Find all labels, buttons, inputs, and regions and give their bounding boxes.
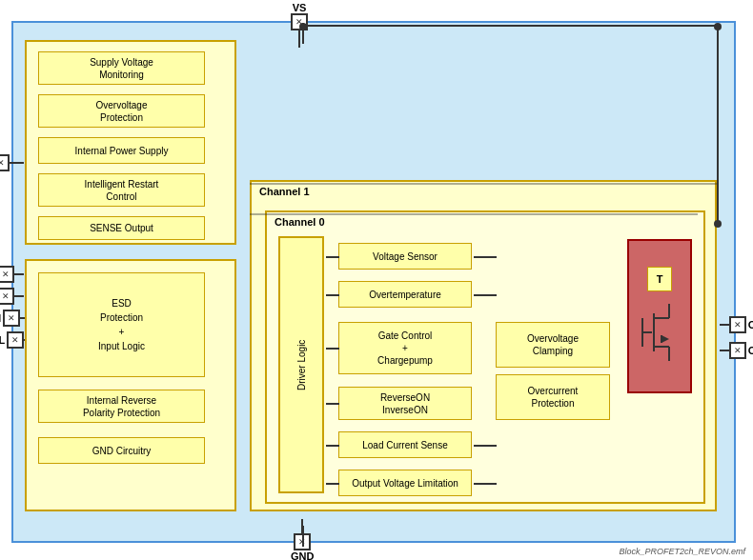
overtemperature-label: Overtemperature	[369, 290, 441, 300]
voltage-sensor-label: Voltage Sensor	[373, 251, 438, 262]
reverse-polarity-block: Internal ReversePolarity Protection	[38, 390, 205, 423]
out1-terminal: ✕ OUT1	[720, 316, 753, 333]
overtemperature-block: Overtemperature	[338, 281, 472, 308]
intelligent-restart-block: Intelligent RestartControl	[38, 173, 205, 207]
left-top-yellow-box: Supply VoltageMonitoring OvervoltageProt…	[25, 40, 236, 245]
channel1-area: Channel 1 Channel 0 Driver Logic Voltage…	[250, 180, 717, 511]
den-symbol: ✕	[3, 310, 20, 327]
svg-marker-7	[661, 335, 669, 343]
dsel-label: DSEL	[0, 334, 5, 346]
overcurrent-protection-block: OvercurrentProtection	[496, 374, 610, 420]
outer-container: VS ✕ ✕ GND IS ✕ IN0 ✕	[11, 21, 736, 543]
driver-logic-label: Driver Logic	[296, 339, 307, 390]
channel1-label: Channel 1	[259, 186, 310, 197]
gnd-circuitry-label: GND Circuitry	[92, 445, 152, 457]
out0-label: OUT0	[748, 345, 753, 356]
intelligent-restart-label: Intelligent RestartControl	[85, 178, 159, 203]
gate-control-label: Gate Control+Chargepump	[377, 330, 433, 367]
esd-protection-block: ESDProtection+Input Logic	[38, 272, 205, 377]
overvoltage-protection-label: OvervoltageProtection	[96, 99, 148, 124]
reverseon-block: ReverseONInverseON	[338, 387, 472, 420]
gate-control-block: Gate Control+Chargepump	[338, 322, 472, 374]
voltage-sensor-block: Voltage Sensor	[338, 243, 472, 270]
overvoltage-clamping-block: OvervoltageClamping	[496, 322, 610, 368]
channel0-label: Channel 0	[275, 216, 325, 228]
reverse-polarity-label: Internal ReversePolarity Protection	[83, 394, 160, 419]
in1-terminal: IN1 ✕	[0, 288, 24, 305]
overvoltage-clamping-label: OvervoltageClamping	[527, 332, 579, 357]
is-symbol: ✕	[0, 154, 10, 171]
den-label: DEN	[0, 312, 1, 324]
sense-output-label: SENSE Output	[90, 222, 153, 234]
overcurrent-protection-label: OvercurrentProtection	[528, 385, 579, 410]
gnd-circuitry-block: GND Circuitry	[38, 437, 205, 464]
load-current-sense-label: Load Current Sense	[362, 440, 448, 450]
internal-power-supply-block: Internal Power Supply	[38, 137, 205, 164]
overvoltage-protection-block: OvervoltageProtection	[38, 94, 205, 128]
supply-voltage-monitoring-block: Supply VoltageMonitoring	[38, 51, 205, 85]
load-current-sense-block: Load Current Sense	[338, 431, 472, 458]
in0-terminal: IN0 ✕	[0, 266, 24, 283]
driver-logic-block: Driver Logic	[278, 236, 324, 493]
out1-symbol: ✕	[729, 316, 746, 333]
transistor-symbol	[641, 299, 679, 366]
transistor-block: T	[627, 239, 692, 393]
is-terminal: IS ✕	[0, 154, 24, 171]
reverseon-label: ReverseONInverseON	[380, 391, 430, 416]
gnd-label: GND	[291, 550, 314, 560]
out0-symbol: ✕	[729, 342, 746, 359]
transistor-t-symbol: T	[647, 267, 672, 291]
supply-voltage-label: Supply VoltageMonitoring	[90, 56, 153, 81]
in0-symbol: ✕	[0, 266, 14, 283]
in1-symbol: ✕	[0, 288, 14, 305]
internal-power-supply-label: Internal Power Supply	[75, 145, 169, 157]
output-voltage-limitation-block: Output Voltage Limitation	[338, 470, 472, 496]
left-bottom-yellow-box: ESDProtection+Input Logic Internal Rever…	[25, 259, 236, 511]
out0-terminal: ✕ OUT0	[720, 342, 753, 359]
sense-output-block: SENSE Output	[38, 216, 205, 240]
esd-protection-label: ESDProtection+Input Logic	[98, 296, 145, 353]
filename-label: Block_PROFET2ch_REVON.emf	[619, 547, 745, 556]
channel0-area: Channel 0 Driver Logic Voltage Sensor Ov…	[265, 210, 705, 504]
dsel-symbol: ✕	[7, 331, 24, 349]
output-voltage-limitation-label: Output Voltage Limitation	[352, 478, 458, 489]
vs-label: VS	[293, 2, 307, 13]
out1-label: OUT1	[748, 319, 753, 330]
